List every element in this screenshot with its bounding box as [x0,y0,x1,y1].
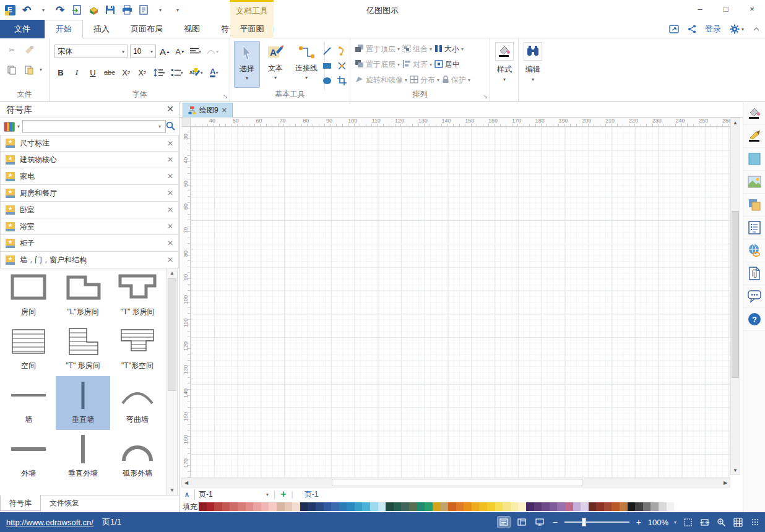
fill-color-swatch[interactable] [207,502,215,511]
view-presentation-icon[interactable] [534,517,546,528]
style-button[interactable]: 样式 ▾ [493,42,516,85]
close-button[interactable]: × [739,0,765,17]
arrange-center-button[interactable]: 居中 [434,59,460,70]
redo-icon[interactable]: ↷ [54,4,66,16]
crop-tool-icon[interactable] [334,73,349,88]
fill-color-swatch[interactable] [581,502,589,511]
fill-color-swatch[interactable] [378,502,386,511]
gallery-scrollbar[interactable]: ▲ ▼ [166,268,178,496]
curve-tool-icon[interactable] [334,43,349,58]
library-picker-dropdown[interactable]: ▾ [17,124,20,129]
fill-color-swatch[interactable] [534,502,542,511]
fill-color-swatch[interactable] [339,502,347,511]
align-text-button[interactable]: ▾ [189,45,202,58]
login-button[interactable]: 登录 [705,24,721,35]
scroll-up-icon[interactable]: ▲ [731,118,740,127]
fill-color-swatch[interactable] [261,502,269,511]
ellipse-tool-icon[interactable] [319,73,334,88]
font-size-select[interactable]: 10▾ [130,45,156,58]
fill-color-swatch[interactable] [409,502,417,511]
fill-color-swatch[interactable] [230,502,238,511]
qat-more-icon[interactable]: ▾ [171,4,183,16]
paste-dropdown[interactable]: ▾ [40,67,42,77]
minimize-button[interactable]: – [687,0,713,17]
fill-color-swatch[interactable] [401,502,409,511]
arrange-size-button[interactable]: 大小▾ [434,44,464,54]
arrange-back-button[interactable]: 置于底层▾ [355,59,400,70]
fill-color-swatch[interactable] [246,502,254,511]
text-highlight-button[interactable]: ab▾ [188,66,204,79]
shape-t-space[interactable]: "T"形空间 [110,322,165,376]
fill-color-swatch[interactable] [604,502,612,511]
copy-icon[interactable] [5,63,19,77]
fill-color-swatch[interactable] [386,502,394,511]
add-page-button[interactable]: + [280,489,286,500]
print-icon[interactable] [121,4,133,16]
shape-space[interactable]: 空间 [1,322,56,376]
fill-color-swatch[interactable] [650,502,659,511]
zoom-out-button[interactable]: − [551,517,559,527]
fill-color-swatch[interactable] [511,502,519,511]
library-close-icon[interactable]: ✕ [167,155,173,164]
panel-close-icon[interactable]: ✕ [166,104,174,114]
line-spacing-button[interactable]: ▾ [152,66,166,79]
text-tool-button[interactable]: A 文本 ▾ [262,41,288,88]
arrange-distribute-button[interactable]: 分布▾ [410,75,439,85]
undo-icon[interactable]: ↶ [20,4,33,16]
font-name-select[interactable]: 宋体▾ [54,45,127,58]
connector-tool-button[interactable]: 连接线 ▾ [291,41,322,88]
fill-color-swatch[interactable] [324,502,332,511]
shape-fill-icon[interactable] [743,148,765,171]
fill-color-swatch[interactable] [573,502,581,511]
shape-l-space[interactable]: "T" 形房间 [56,322,110,376]
gallery-scroll-thumb[interactable] [168,278,176,391]
library-close-icon[interactable]: ✕ [167,222,173,231]
undo-dropdown-icon[interactable]: ▾ [37,4,50,16]
fill-color-swatch[interactable] [479,502,487,511]
layers-icon[interactable] [743,194,765,217]
italic-button[interactable]: I [71,66,83,79]
font-color-button[interactable]: A▾ [208,66,220,79]
zoom-level[interactable]: 100% [648,518,668,527]
fit-selection-icon[interactable] [682,517,693,528]
library-close-icon[interactable]: ✕ [167,239,173,247]
bold-button[interactable]: B [54,66,67,79]
share-icon[interactable] [688,25,696,33]
fill-color-swatch[interactable] [628,502,636,511]
tab-floorplan[interactable]: 平面图 [230,20,274,38]
library-item[interactable]: ★尺寸标注✕ [0,135,179,152]
grow-font-button[interactable]: A▲ [158,45,171,58]
import-page-icon[interactable] [71,4,83,16]
fill-color-swatch[interactable] [542,502,550,511]
fill-color-swatch[interactable] [620,502,628,511]
fill-color-swatch[interactable] [277,502,285,511]
text-arc-button[interactable]: ▾ [205,45,220,58]
zoom-slider-thumb[interactable] [582,518,586,526]
edrawsoft-link[interactable]: http://www.edrawsoft.cn/ [6,518,93,527]
fill-color-swatch[interactable] [659,502,667,511]
panel-tab-符号库[interactable]: 符号库 [0,495,41,511]
fill-color-swatch[interactable] [456,502,464,511]
arrange-rotate-button[interactable]: 旋转和镜像▾ [355,75,407,85]
scroll-right-icon[interactable]: ▶ [721,478,730,487]
fill-color-swatch[interactable] [199,502,207,511]
fill-color-swatch[interactable] [214,502,222,511]
library-close-icon[interactable]: ✕ [167,189,173,197]
arrange-align-button[interactable]: 对齐▾ [402,59,432,70]
fill-color-swatch[interactable] [253,502,261,511]
fill-color-swatch[interactable] [472,502,480,511]
share-window-icon[interactable] [669,25,679,33]
attachment-icon[interactable] [743,262,765,285]
fill-color-swatch[interactable] [557,502,565,511]
library-item[interactable]: ★柜子✕ [0,235,179,252]
insert-image-icon[interactable] [743,171,765,194]
shape-vwall[interactable]: 垂直墙 [56,376,110,430]
fill-color-swatch[interactable] [433,502,441,511]
fill-color-swatch[interactable] [308,502,316,511]
templates-icon[interactable] [87,4,100,16]
fill-color-swatch[interactable] [495,502,503,511]
shape-vwall-ext[interactable]: 垂直外墙 [56,430,110,484]
view-normal-icon[interactable] [498,517,510,528]
shrink-font-button[interactable]: A▼ [174,45,186,58]
library-item[interactable]: ★浴室✕ [0,218,179,235]
